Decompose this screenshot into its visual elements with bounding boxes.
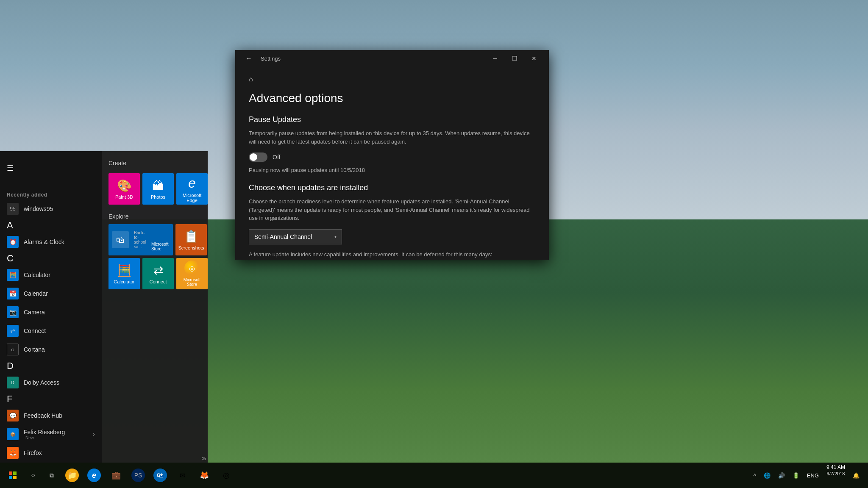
clock-date: 9/7/2018	[827, 471, 845, 477]
connect-tile-icon: ⇄	[153, 263, 163, 277]
store-wide-label: Back-to-school sa...	[134, 230, 146, 249]
app-item-connect[interactable]: ⇄ Connect	[0, 322, 102, 340]
edge-taskbar-icon: e	[87, 469, 101, 482]
firefox-taskbar-icon: 🦊	[198, 469, 211, 482]
taskbar-chrome[interactable]: ◎	[215, 463, 237, 488]
tray-clock[interactable]: 9:41 AM 9/7/2018	[823, 463, 849, 488]
chrome-canary-icon: ◎	[184, 261, 200, 276]
photos-icon: 🏔	[152, 179, 164, 193]
app-felix-badge: New	[25, 435, 65, 440]
channel-dropdown-arrow: ▾	[334, 234, 337, 239]
app-item-feedback[interactable]: 💬 Feedback Hub	[0, 406, 102, 425]
clock-time: 9:41 AM	[826, 464, 845, 470]
explore-grid: 🛍 Back-to-school sa... 🛍 Microsoft Store…	[108, 224, 201, 255]
app-item-calculator[interactable]: 🧮 Calculator	[0, 266, 102, 284]
pause-note: Pausing now will pause updates until 10/…	[249, 167, 535, 173]
tile-photos[interactable]: 🏔 Photos	[142, 173, 174, 205]
feature-update-desc: A feature update includes new capabiliti…	[249, 251, 535, 258]
channel-dropdown[interactable]: Semi-Annual Channel ▾	[249, 229, 342, 244]
tile-chrome-canary[interactable]: ◎ Microsoft Store	[176, 258, 208, 289]
search-button[interactable]: ○	[24, 463, 42, 488]
tray-lang[interactable]: ENG	[804, 463, 822, 488]
letter-c: C	[0, 251, 102, 266]
tile-photos-label: Photos	[151, 194, 165, 200]
feedback-icon: 💬	[7, 410, 19, 421]
home-icon[interactable]: ⌂	[249, 75, 253, 83]
tray-battery[interactable]: 🔋	[789, 463, 803, 488]
svg-rect-2	[9, 476, 12, 479]
start-hamburger-button[interactable]: ☰	[0, 158, 20, 178]
settings-back-button[interactable]: ←	[240, 50, 257, 67]
connect-icon: ⇄	[7, 325, 19, 337]
notification-icon: 🔔	[853, 472, 860, 479]
search-icon: ○	[31, 471, 35, 479]
app-item-dolby[interactable]: D Dolby Access	[0, 373, 102, 392]
pause-toggle[interactable]	[249, 152, 267, 162]
tray-notification[interactable]: 🔔	[849, 463, 863, 488]
network-icon: 🌐	[764, 472, 771, 479]
settings-titlebar: ← Settings ─ ❐ ✕	[235, 50, 549, 67]
alarms-icon: ⏰	[7, 236, 19, 248]
calc-tile-icon: 🧮	[117, 263, 132, 277]
tile-chrome-canary-label: Microsoft Store	[178, 277, 206, 287]
svg-rect-3	[13, 476, 17, 479]
tray-chevron[interactable]: ^	[750, 463, 760, 488]
tile-calculator[interactable]: 🧮 Calculator	[108, 258, 140, 289]
app-item-firefox[interactable]: 🦊 Firefox	[0, 444, 102, 462]
tile-screenshots[interactable]: 📋 Screenshots	[175, 224, 207, 255]
taskbar-cortana[interactable]: 💼	[105, 463, 127, 488]
taskbar-cmd[interactable]: PS	[127, 463, 149, 488]
bottom-tiles-grid: 🧮 Calculator ⇄ Connect ◎ Microsoft Store	[108, 258, 201, 289]
task-view-icon: ⧉	[50, 472, 54, 479]
camera-icon: 📷	[7, 306, 19, 318]
file-explorer-icon: 📁	[65, 469, 79, 482]
app-item-camera[interactable]: 📷 Camera	[0, 303, 102, 322]
restore-button[interactable]: ❐	[505, 50, 524, 67]
letter-a: A	[0, 218, 102, 233]
minimize-button[interactable]: ─	[485, 50, 505, 67]
taskbar-firefox[interactable]: 🦊	[193, 463, 215, 488]
edge-tile-icon: e	[188, 175, 196, 191]
close-button[interactable]: ✕	[524, 50, 544, 67]
windows-logo-icon	[9, 471, 17, 479]
mail-icon: ✉	[175, 469, 189, 482]
tray-network[interactable]: 🌐	[760, 463, 774, 488]
calendar-icon: 📅	[7, 288, 19, 299]
taskbar-apps: 📁 e 💼 PS 🛍 ✉ 🦊 ◎	[61, 463, 750, 488]
channel-label: Semi-Annual Channel	[254, 233, 331, 240]
task-view-button[interactable]: ⧉	[42, 463, 61, 488]
battery-icon: 🔋	[793, 472, 799, 479]
app-dolby-label: Dolby Access	[24, 379, 59, 386]
app-camera-label: Camera	[24, 309, 45, 316]
felix-icon: 📦	[7, 428, 19, 440]
tray-volume[interactable]: 🔊	[775, 463, 788, 488]
tile-calculator-label: Calculator	[114, 279, 135, 284]
tile-connect[interactable]: ⇄ Connect	[142, 258, 174, 289]
letter-g: G	[0, 462, 102, 463]
pause-toggle-row: Off	[249, 152, 535, 162]
app-item-cortana[interactable]: ○ Cortana	[0, 340, 102, 359]
home-row: ⌂	[249, 75, 535, 83]
language-label: ENG	[807, 472, 819, 479]
window-controls: ─ ❐ ✕	[485, 50, 544, 67]
tile-paint3d[interactable]: 🎨 Paint 3D	[108, 173, 140, 205]
tray-chevron-icon: ^	[754, 472, 756, 479]
app-item-alarms[interactable]: ⏰ Alarms & Clock	[0, 233, 102, 251]
start-button[interactable]	[2, 463, 24, 488]
taskbar-file-explorer[interactable]: 📁	[61, 463, 83, 488]
app-item-calendar[interactable]: 📅 Calendar	[0, 284, 102, 303]
letter-d: D	[0, 359, 102, 373]
tile-microsoft-store[interactable]: 🛍 Back-to-school sa... 🛍 Microsoft Store	[108, 224, 173, 255]
taskbar-edge[interactable]: e	[83, 463, 105, 488]
taskbar-mail[interactable]: ✉	[171, 463, 193, 488]
pause-updates-desc: Temporarily pause updates from being ins…	[249, 129, 535, 146]
app-item-windows95[interactable]: 95 windows95	[0, 200, 102, 218]
letter-f: F	[0, 392, 102, 406]
settings-window: ← Settings ─ ❐ ✕ ⌂ Advanced options Paus…	[235, 50, 549, 260]
svg-rect-0	[9, 471, 12, 475]
taskbar-store[interactable]: 🛍	[149, 463, 171, 488]
app-item-felix[interactable]: 📦 Felix Rieseberg New ›	[0, 425, 102, 444]
cortana-icon: ○	[7, 344, 19, 355]
svg-rect-1	[13, 471, 17, 475]
tile-edge[interactable]: e Microsoft Edge	[176, 173, 208, 205]
